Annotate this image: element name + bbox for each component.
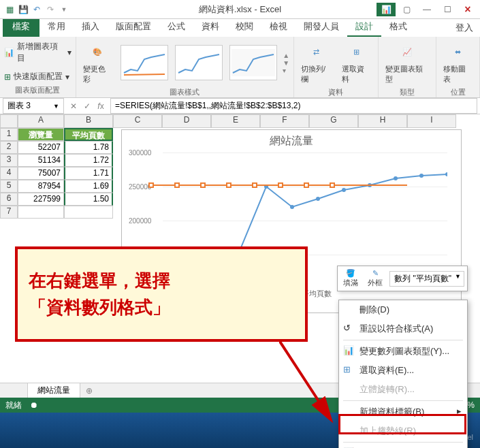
paint-bucket-icon: 🪣 [346,269,355,278]
grid-icon: ⊞ [343,364,354,375]
col-header-c[interactable]: C [113,114,162,128]
col-header-b[interactable]: B [64,114,113,128]
col-header-a[interactable]: A [18,114,64,128]
cancel-formula-icon[interactable]: ✕ [67,101,80,111]
chart-element-icon: 📊 [4,48,14,57]
fx-icon[interactable]: fx [94,101,108,111]
select-all-corner[interactable] [0,114,18,128]
chart-style-2[interactable] [175,45,223,80]
cell-a1[interactable]: 瀏覽量 [18,128,64,141]
tab-view[interactable]: 檢視 [261,18,295,37]
quick-access-toolbar: ▦ 💾 ↶ ↷ ▼ [0,4,74,15]
cell[interactable]: 75007 [18,167,64,180]
context-menu: 刪除(D) ↺重設以符合樣式(A) 📊變更數列圖表類型(Y)... ⊞選取資料(… [338,300,468,448]
minimize-button[interactable]: — [417,3,436,16]
name-box[interactable]: 圖表 3▼ [3,98,64,114]
col-header-e[interactable]: E [211,114,260,128]
menu-select-data[interactable]: ⊞選取資料(E)... [339,361,467,380]
col-header-d[interactable]: D [162,114,211,128]
row-header[interactable]: 5 [0,180,18,193]
tab-developer[interactable]: 開發人員 [295,18,347,37]
macro-record-icon[interactable]: ⏺ [30,400,38,410]
tab-formulas[interactable]: 公式 [159,18,193,37]
row-header[interactable]: 2 [0,141,18,154]
cell[interactable]: 1.69 [64,180,113,193]
tab-file[interactable]: 檔案 [3,18,39,37]
quick-layout-button[interactable]: ⊞快速版面配置 ▾ [4,69,69,84]
chart-title[interactable]: 網站流量 [122,130,461,153]
tab-insert[interactable]: 插入 [74,18,108,37]
cell[interactable] [64,206,113,219]
menu-add-data-label[interactable]: 新增資料標籤(B)▸ [339,402,467,421]
close-button[interactable]: × [458,3,477,16]
row-header[interactable]: 7 [0,206,18,219]
undo-icon[interactable]: ↶ [31,4,42,15]
selected-series-markers[interactable] [121,182,407,196]
col-header-f[interactable]: F [260,114,309,128]
cell[interactable]: 87954 [18,180,64,193]
row-header[interactable]: 1 [0,128,18,141]
cell[interactable]: 1.71 [64,167,113,180]
switch-row-col-button[interactable]: ⇄切換列/欄 [298,39,335,86]
chart-style-3[interactable] [229,45,277,80]
instruction-callout: 在右鍵選單，選擇 「資料數列格式」 [15,246,308,342]
row-header[interactable]: 4 [0,167,18,180]
reset-icon: ↺ [343,323,354,334]
col-header-g[interactable]: G [309,114,358,128]
row-header[interactable]: 3 [0,154,18,167]
formula-bar: 圖表 3▼ ✕ ✓ fx =SERIES(網站流量!$B$1,,網站流量!$B$… [0,98,480,114]
fill-button[interactable]: 🪣填滿 [340,269,361,288]
chart-style-1[interactable] [121,45,168,80]
title-bar: ▦ 💾 ↶ ↷ ▼ 網站資料.xlsx - Excel 📊 ▢ — ☐ × [0,0,480,19]
cell[interactable]: 227599 [18,193,64,206]
col-header-i[interactable]: I [407,114,456,128]
cell[interactable] [18,206,64,219]
cell-b1[interactable]: 平均頁數 [64,128,113,141]
callout-line-1: 在右鍵選單，選擇 [29,268,294,294]
sheet-tab[interactable]: 網站流量 [27,383,80,398]
tab-layout[interactable]: 版面配置 [108,18,159,37]
menu-format-data-series[interactable]: 📈資料數列格式(F)... [339,444,467,448]
formula-input[interactable]: =SERIES(網站流量!$B$1,,網站流量!$B$2:$B$13,2) [110,98,477,114]
tab-format[interactable]: 格式 [381,18,415,37]
group-label-data: 資料 [298,86,374,97]
move-chart-button[interactable]: ⬌移動圖表 [441,39,475,86]
menu-reset-style[interactable]: ↺重設以符合樣式(A) [339,319,467,338]
cell[interactable]: 51134 [18,154,64,167]
tab-review[interactable]: 校閱 [227,18,261,37]
submenu-arrow-icon: ▸ [457,406,462,416]
layout-icon: ⊞ [4,72,11,82]
y-tick: 200000 [129,217,151,225]
row-header[interactable]: 6 [0,193,18,206]
qat-dropdown-icon[interactable]: ▼ [59,4,69,15]
cell[interactable]: 1.50 [64,193,113,206]
outline-button[interactable]: ✎外框 [365,269,385,288]
new-sheet-button[interactable]: ⊕ [80,386,98,396]
style-scroll[interactable]: ▲▼▾ [283,52,289,74]
change-chart-type-button[interactable]: 📈變更圖表類型 [383,39,432,86]
redo-icon[interactable]: ↷ [45,4,56,15]
chart-tools-icon: 📊 [377,3,396,16]
cell[interactable]: 1.72 [64,154,113,167]
menu-delete[interactable]: 刪除(D) [339,300,467,319]
tab-design[interactable]: 設計 [347,18,381,37]
save-icon[interactable]: 💾 [18,4,29,15]
cell[interactable]: 52207 [18,141,64,154]
series-selector-dropdown[interactable]: 數列 "平均頁數"▼ [389,271,464,287]
menu-add-trendline: 加上趨勢線(R) [339,421,467,441]
callout-line-2: 「資料數列格式」 [29,294,294,321]
login-link[interactable]: 登入 [449,19,480,37]
accept-formula-icon[interactable]: ✓ [80,101,94,111]
tab-data[interactable]: 資料 [193,18,227,37]
tab-home[interactable]: 常用 [39,18,74,37]
add-chart-element-button[interactable]: 📊新增圖表項目 ▾ [4,39,71,65]
switch-icon: ⇄ [306,41,327,63]
menu-change-series-type[interactable]: 📊變更數列圖表類型(Y)... [339,342,467,361]
ribbon-options-icon[interactable]: ▢ [397,3,416,16]
select-data-button[interactable]: ⊞選取資料 [339,39,374,86]
svg-point-10 [394,176,398,180]
maximize-button[interactable]: ☐ [438,3,457,16]
cell[interactable]: 1.78 [64,141,113,154]
change-colors-button[interactable]: 🎨 變更色彩 [80,39,115,86]
col-header-h[interactable]: H [358,114,407,128]
